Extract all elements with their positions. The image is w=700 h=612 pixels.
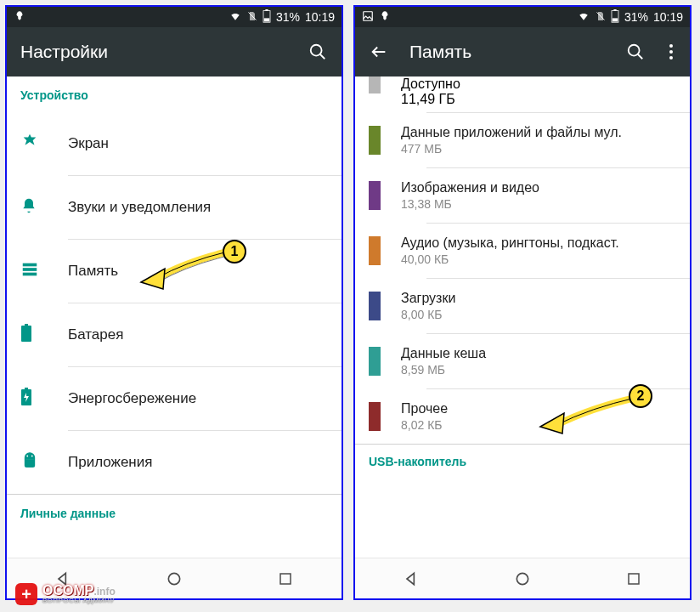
item-label: Батарея bbox=[68, 326, 328, 343]
swatch bbox=[369, 236, 381, 265]
svg-rect-15 bbox=[364, 11, 373, 20]
wifi-icon bbox=[229, 10, 242, 25]
item-label: Энергосбережение bbox=[68, 390, 328, 407]
svg-point-11 bbox=[26, 456, 28, 457]
nav-recent-icon[interactable] bbox=[622, 567, 646, 591]
section-usb: USB-накопитель bbox=[355, 445, 690, 468]
swatch bbox=[369, 292, 381, 320]
storage-row[interactable]: Прочее8,02 КБ bbox=[355, 389, 690, 444]
settings-item-apps[interactable]: Приложения bbox=[7, 431, 342, 494]
svg-point-3 bbox=[311, 45, 322, 56]
back-icon[interactable] bbox=[369, 42, 389, 62]
settings-item-powersave[interactable]: Энергосбережение bbox=[7, 367, 342, 430]
section-personal: Личные данные bbox=[7, 495, 342, 530]
clock: 10:19 bbox=[305, 10, 335, 24]
svg-point-21 bbox=[669, 50, 673, 54]
storage-label: Данные приложений и файлы мул. bbox=[401, 125, 676, 140]
storage-value: 8,00 КБ bbox=[401, 308, 676, 321]
section-device: Устройство bbox=[7, 76, 342, 112]
battery-pct: 31% bbox=[624, 10, 648, 24]
item-label: Экран bbox=[68, 135, 328, 152]
swatch bbox=[369, 402, 381, 431]
storage-label: Аудио (музыка, рингтоны, подкаст. bbox=[401, 235, 676, 251]
storage-row[interactable]: Аудио (музыка, рингтоны, подкаст.40,00 К… bbox=[355, 224, 690, 278]
svg-point-13 bbox=[168, 573, 179, 584]
battery-pct: 31% bbox=[276, 10, 300, 24]
item-label: Приложения bbox=[68, 454, 328, 471]
search-icon[interactable] bbox=[625, 42, 646, 62]
settings-list: Устройство Экран Звуки и уведомления Пам… bbox=[7, 76, 342, 558]
svg-point-20 bbox=[669, 44, 673, 48]
svg-rect-2 bbox=[264, 18, 269, 21]
phone-left: 31% 10:19 Настройки Устройство Экран Зву… bbox=[5, 5, 343, 600]
svg-rect-18 bbox=[612, 18, 618, 21]
storage-label: Прочее bbox=[401, 401, 676, 416]
nav-home-icon[interactable] bbox=[162, 567, 186, 591]
svg-point-12 bbox=[31, 456, 33, 457]
rocket-icon bbox=[379, 10, 391, 25]
item-label: Звуки и уведомления bbox=[68, 199, 328, 216]
storage-label: Изображения и видео bbox=[401, 180, 676, 196]
plus-icon: + bbox=[15, 583, 37, 605]
swatch bbox=[369, 347, 381, 376]
battery-icon bbox=[262, 9, 271, 26]
storage-list: Доступно 11,49 ГБ Данные приложений и фа… bbox=[355, 76, 690, 558]
svg-point-19 bbox=[629, 45, 640, 56]
svg-rect-5 bbox=[23, 268, 37, 271]
settings-item-display[interactable]: Экран bbox=[7, 112, 342, 175]
wm-suffix: .info bbox=[93, 586, 115, 598]
wm-sub: ВОПРОСЫ АДМИНУ bbox=[42, 598, 116, 604]
nav-recent-icon[interactable] bbox=[274, 567, 297, 591]
nav-home-icon[interactable] bbox=[511, 567, 534, 591]
nav-back-icon[interactable] bbox=[399, 567, 423, 591]
storage-row-available[interactable]: Доступно 11,49 ГБ bbox=[355, 76, 690, 112]
settings-item-sound[interactable]: Звуки и уведомления bbox=[7, 176, 342, 239]
brightness-icon bbox=[20, 133, 39, 155]
item-label: Память bbox=[68, 263, 328, 280]
storage-label: Данные кеша bbox=[401, 346, 676, 361]
settings-item-storage[interactable]: Память bbox=[7, 240, 342, 303]
no-sim-icon bbox=[247, 10, 257, 25]
page-title: Память bbox=[409, 42, 605, 62]
battery-icon bbox=[20, 324, 32, 346]
image-icon bbox=[362, 10, 374, 25]
svg-rect-8 bbox=[25, 324, 28, 326]
no-sim-icon bbox=[596, 10, 606, 25]
swatch bbox=[369, 76, 381, 94]
storage-row[interactable]: Загрузки8,00 КБ bbox=[355, 279, 690, 333]
status-bar: 31% 10:19 bbox=[7, 7, 342, 27]
svg-point-23 bbox=[517, 573, 528, 584]
storage-value: 477 МБ bbox=[401, 142, 676, 156]
svg-rect-10 bbox=[25, 388, 28, 389]
wifi-icon bbox=[577, 10, 590, 25]
storage-row[interactable]: Данные кеша8,59 МБ bbox=[355, 334, 690, 388]
rocket-icon bbox=[14, 10, 25, 25]
storage-value: 8,02 КБ bbox=[401, 418, 676, 432]
storage-value: 8,59 МБ bbox=[401, 363, 676, 377]
svg-rect-17 bbox=[613, 9, 616, 11]
battery-icon bbox=[611, 9, 619, 26]
swatch bbox=[369, 181, 381, 210]
svg-point-22 bbox=[669, 56, 673, 60]
wm-brand: OCOMP bbox=[42, 583, 93, 598]
search-icon[interactable] bbox=[308, 42, 328, 62]
storage-value: 13,38 МБ bbox=[401, 197, 676, 211]
storage-value: 11,49 ГБ bbox=[401, 92, 460, 107]
app-bar: Память bbox=[355, 27, 690, 76]
storage-icon bbox=[20, 260, 39, 282]
svg-rect-7 bbox=[21, 326, 31, 342]
nav-bar bbox=[355, 558, 690, 598]
powersave-icon bbox=[20, 388, 32, 410]
svg-rect-14 bbox=[280, 574, 291, 584]
overflow-icon[interactable] bbox=[666, 42, 676, 62]
clock: 10:19 bbox=[653, 10, 683, 24]
settings-item-battery[interactable]: Батарея bbox=[7, 303, 342, 366]
phone-right: 31% 10:19 Память Доступно 11,49 ГБ Данны… bbox=[353, 5, 692, 600]
page-title: Настройки bbox=[20, 42, 287, 62]
storage-row[interactable]: Данные приложений и файлы мул.477 МБ bbox=[355, 113, 690, 167]
svg-rect-4 bbox=[23, 264, 37, 267]
svg-rect-24 bbox=[629, 574, 639, 584]
app-bar: Настройки bbox=[7, 27, 342, 76]
swatch bbox=[369, 126, 381, 155]
storage-row[interactable]: Изображения и видео13,38 МБ bbox=[355, 168, 690, 223]
